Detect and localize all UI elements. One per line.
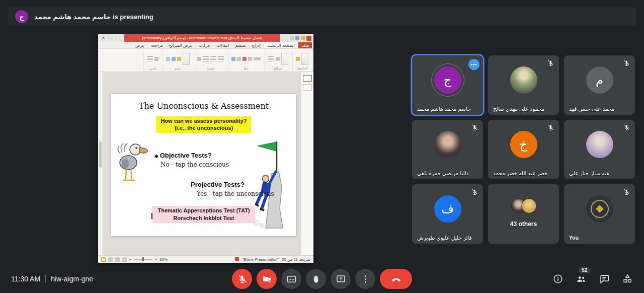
- tab-view: عرض: [132, 42, 148, 48]
- clock-time: 11:30 AM: [11, 275, 40, 283]
- minimize-icon: ─: [115, 36, 118, 40]
- ribbon-group-editing: تحرير: [143, 50, 162, 71]
- mic-off-icon: [623, 124, 630, 131]
- ppt-slide-thumbnails-pane: [300, 72, 313, 255]
- mic-off-icon: [547, 59, 554, 67]
- others-count-label: 43 others: [488, 221, 559, 228]
- participant-avatar: [586, 131, 613, 158]
- mic-off-icon: [471, 124, 478, 131]
- ppt-window-controls: ✕ □ ─: [98, 34, 124, 42]
- objective-tests-answer: No - tap the conscious: [160, 161, 229, 168]
- text-cursor-ibeam: [151, 213, 152, 219]
- ppt-status-bar: − + 60% شريحة 11 من 20 "Blank Presentati…: [98, 255, 313, 263]
- tab-file: ملف: [298, 42, 312, 48]
- presenter-avatar: ج: [15, 10, 28, 23]
- participant-name: محمود علي مهدي صالح: [493, 106, 555, 112]
- participant-tile[interactable]: م محمد علي حسن فهد: [564, 55, 635, 115]
- raise-hand-button[interactable]: [306, 269, 326, 289]
- slide-question-highlight: How can we assess personality? (i.e., th…: [156, 116, 251, 133]
- ribbon-group-slides: شرائح: [265, 50, 291, 71]
- participant-tile-presenter[interactable]: ⋯ ج جاسم محمد هاشم محمد: [412, 55, 483, 115]
- activities-button[interactable]: [622, 273, 633, 284]
- present-button[interactable]: [331, 269, 351, 289]
- meeting-info: 11:30 AM hiw-aigm-gne: [11, 275, 93, 283]
- spellcheck-icon: [235, 257, 239, 261]
- tab-review: مراجعة: [148, 42, 166, 48]
- ribbon-group-clipboard: الحافظة: [292, 50, 311, 71]
- participant-avatar: م: [586, 66, 613, 94]
- fit-slide-icon: [101, 257, 106, 262]
- self-avatar-logo: [586, 195, 613, 223]
- participant-name: داليا مرتضى حمزه ناهي: [417, 170, 479, 176]
- others-tile[interactable]: 43 others: [488, 184, 559, 244]
- participant-count-badge: 52: [579, 267, 590, 273]
- leave-call-button[interactable]: [380, 269, 412, 289]
- ppt-title-bar: ✕ □ ─ personality [وضع التوافق] - Micros…: [98, 34, 313, 42]
- participant-tile[interactable]: هبه ستار جبار علي: [564, 120, 635, 179]
- more-options-button[interactable]: [355, 269, 375, 289]
- ribbon-group-paragraph: فقرة: [194, 50, 227, 71]
- google-meet-app: ج جاسم محمد هاشم محمد is presenting ✕ □ …: [0, 0, 644, 293]
- slide-title: The Unconscious & Assessment: [111, 101, 296, 111]
- ppt-quick-access-toolbar: [280, 34, 313, 42]
- participant-tile[interactable]: محمود علي مهدي صالح: [488, 55, 559, 115]
- zoom-level: 60%: [159, 257, 168, 262]
- presenting-banner-text: جاسم محمد هاشم محمد is presenting: [34, 13, 153, 21]
- call-controls: [232, 269, 412, 289]
- participant-avatar: خ: [510, 131, 537, 158]
- mic-toggle-button[interactable]: [232, 269, 252, 289]
- diamond-bullet-icon: ◆: [154, 153, 158, 159]
- mic-off-icon: [623, 188, 630, 196]
- close-icon: ✕: [102, 36, 105, 40]
- ppt-document-area: The Unconscious & Assessment How can we …: [98, 72, 313, 255]
- participant-tile[interactable]: ف فائز خليل عليوي طويرش: [412, 184, 483, 244]
- participant-avatar: ج: [434, 66, 461, 94]
- projective-tests-heading: Projective Tests?: [191, 181, 245, 188]
- participant-avatar: ف: [434, 195, 461, 223]
- ppt-vertical-scrollbar: [98, 72, 103, 255]
- objective-tests-heading: ◆Objective Tests?: [154, 152, 212, 159]
- participant-name: هبه ستار جبار علي: [569, 170, 631, 176]
- zoom-slider: [134, 259, 152, 260]
- slide-thumbnail: [303, 75, 312, 82]
- slide-thumbnail: [303, 84, 312, 91]
- participant-avatar: [521, 198, 536, 213]
- self-name: You: [569, 235, 631, 241]
- participant-name: محمد علي حسن فهد: [569, 106, 631, 112]
- presenting-banner: ج جاسم محمد هاشم محمد is presenting: [8, 7, 636, 26]
- self-tile[interactable]: You: [564, 184, 635, 244]
- people-panel-button[interactable]: 52: [576, 273, 587, 284]
- meeting-details-button[interactable]: [552, 273, 564, 284]
- view-normal-icon: [108, 257, 113, 262]
- ppt-ribbon-tabs: ملف الصفحة الرئيسية إدراج تصميم انتقالات…: [98, 42, 313, 49]
- projective-tests-answer: Yes - tap the unconscious: [197, 190, 274, 197]
- panel-buttons: 52: [552, 273, 633, 284]
- participant-name: فائز خليل عليوي طويرش: [417, 235, 479, 241]
- mic-off-icon: [623, 59, 630, 67]
- tab-slideshow: عرض الشرائح: [166, 42, 196, 48]
- mic-off-icon: [547, 124, 554, 131]
- presentation-video-region[interactable]: ✕ □ ─ personality [وضع التوافق] - Micros…: [98, 34, 313, 263]
- maximize-icon: □: [109, 36, 111, 40]
- participant-avatar: [434, 131, 461, 158]
- mic-off-icon: [471, 188, 478, 196]
- participant-tile[interactable]: داليا مرتضى حمزه ناهي: [412, 120, 483, 179]
- view-slideshow-icon: [122, 257, 127, 262]
- tile-options-button[interactable]: ⋯: [468, 59, 479, 70]
- participant-avatar: [510, 66, 537, 94]
- ribbon-group-drawing: رسم: [163, 50, 193, 71]
- presenter-avatar-letter: ج: [19, 13, 24, 21]
- tab-design: تصميم: [232, 42, 249, 48]
- more-horizontal-icon: ⋯: [471, 61, 477, 68]
- others-avatars: [511, 198, 536, 213]
- participant-tile[interactable]: خ خضر عبد الله خضر محمد: [488, 120, 559, 179]
- captions-button[interactable]: [281, 269, 301, 289]
- redo-icon: [290, 36, 294, 40]
- bird-cartoon: [115, 138, 150, 189]
- zoom-in-icon: +: [155, 257, 157, 262]
- camera-toggle-button[interactable]: [257, 269, 277, 289]
- powerpoint-logo: [306, 36, 311, 41]
- save-icon: [301, 36, 305, 40]
- ribbon-group-font: خط: [228, 50, 264, 71]
- chat-panel-button[interactable]: [599, 273, 610, 284]
